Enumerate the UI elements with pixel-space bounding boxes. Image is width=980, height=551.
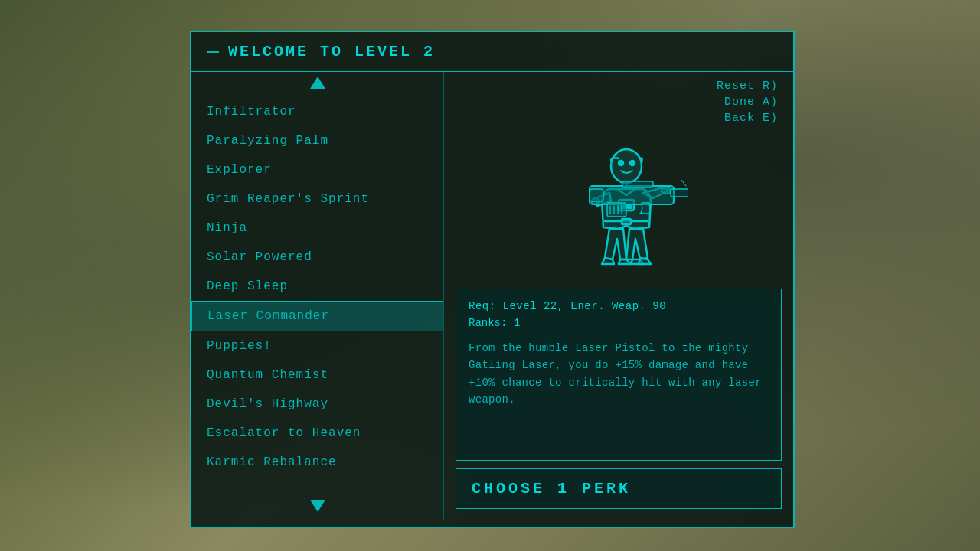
perk-item-deep-sleep[interactable]: Deep Sleep [191,272,443,301]
svg-point-0 [611,149,642,183]
perk-item-paralyzing-palm[interactable]: Paralyzing Palm [191,126,443,155]
svg-rect-7 [622,219,631,224]
done-button[interactable]: Done A) [724,96,778,109]
back-button[interactable]: Back E) [724,112,778,125]
perk-item-explorer[interactable]: Explorer [191,155,443,184]
perk-list: InfiltratorParalyzing PalmExplorerGrim R… [191,97,443,495]
perk-item-ninja[interactable]: Ninja [191,214,443,243]
main-panel: WELCOME TO LEVEL 2 InfiltratorParalyzing… [190,31,795,528]
svg-point-1 [619,161,623,165]
svg-line-23 [681,180,686,186]
controls-bar: Reset R) Done A) Back E) [444,72,793,135]
right-panel: Reset R) Done A) Back E) [444,72,793,520]
perk-item-escalator-to-heaven[interactable]: Escalator to Heaven [191,419,443,448]
arrow-up-icon [310,77,325,89]
perk-item-puppies[interactable]: Puppies! [191,331,443,360]
perk-description: From the humble Laser Pistol to the migh… [469,340,769,409]
vault-boy-area: 101 [444,135,793,289]
arrow-down-icon [310,500,325,512]
perk-item-karmic-rebalance[interactable]: Karmic Rebalance [191,448,443,477]
choose-perk-bar: CHOOSE 1 PERK [456,468,782,509]
svg-point-2 [630,161,635,165]
perk-requirement: Req: Level 22, Ener. Weap. 90 [469,300,769,312]
content-area: InfiltratorParalyzing PalmExplorerGrim R… [191,72,793,520]
perk-item-infiltrator[interactable]: Infiltrator [191,97,443,126]
svg-rect-13 [622,181,653,187]
svg-rect-19 [590,189,603,201]
perk-item-laser-commander[interactable]: Laser Commander [191,301,443,331]
page-title: WELCOME TO LEVEL 2 [228,43,435,60]
reset-button[interactable]: Reset R) [717,80,778,93]
scroll-up-button[interactable] [191,72,443,97]
scroll-down-button[interactable] [191,495,443,520]
perk-ranks: Ranks: 1 [469,317,769,329]
perk-item-solar-powered[interactable]: Solar Powered [191,243,443,272]
title-bar: WELCOME TO LEVEL 2 [191,32,793,72]
svg-rect-11 [671,189,688,197]
vault-boy-image: 101 [550,143,688,281]
perk-item-grim-reapers-sprint[interactable]: Grim Reaper's Sprint [191,184,443,214]
perk-item-devils-highway[interactable]: Devil's Highway [191,390,443,419]
choose-perk-label: CHOOSE 1 PERK [472,480,631,497]
perk-list-container: InfiltratorParalyzing PalmExplorerGrim R… [191,72,444,520]
perk-info-box: Req: Level 22, Ener. Weap. 90 Ranks: 1 F… [456,289,782,461]
perk-item-quantum-chemist[interactable]: Quantum Chemist [191,360,443,390]
